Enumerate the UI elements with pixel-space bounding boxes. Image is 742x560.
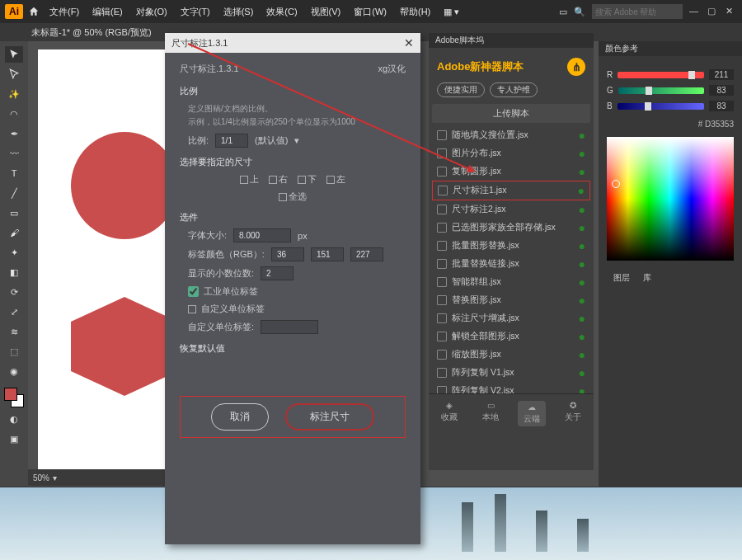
script-item[interactable]: 复制圆形.jsx●	[432, 162, 590, 181]
chk-left[interactable]: 左	[326, 173, 345, 186]
screen-mode-icon[interactable]: ▣	[5, 431, 23, 447]
slider-track-green[interactable]	[618, 87, 704, 94]
script-item[interactable]: 缩放图形.jsx●	[432, 346, 590, 364]
chk-top[interactable]: 上	[240, 173, 259, 186]
color-mode-icon[interactable]: ◐	[5, 411, 23, 427]
slider-green[interactable]: G 83	[607, 85, 734, 96]
chk-custom[interactable]: 自定义单位标签	[188, 303, 406, 315]
shape-builder-tool-icon[interactable]: ◉	[5, 363, 23, 379]
rgb-r-input[interactable]	[271, 247, 304, 261]
menu-edit[interactable]: 编辑(E)	[87, 6, 128, 18]
rgb-b-input[interactable]	[350, 247, 383, 261]
nav-about[interactable]: ✪关于	[559, 401, 587, 426]
script-panel-tab[interactable]: Adobe脚本坞	[429, 33, 594, 48]
hex-value[interactable]: # D35353	[607, 116, 734, 132]
script-item[interactable]: 替换图形.jsx●	[432, 291, 590, 309]
layout-icon[interactable]: ▭	[559, 7, 567, 17]
app-icon[interactable]: Ai	[5, 4, 23, 19]
b-value[interactable]: 83	[709, 101, 734, 111]
minimize-icon[interactable]: —	[689, 6, 701, 17]
menu-help[interactable]: 帮助(H)	[395, 6, 435, 18]
maximize-icon[interactable]: ▢	[707, 6, 719, 17]
chk-industrial-box[interactable]	[188, 286, 199, 297]
search-input[interactable]	[592, 4, 683, 19]
lasso-tool-icon[interactable]: ◠	[5, 106, 23, 122]
menu-file[interactable]: 文件(F)	[45, 6, 84, 18]
script-item[interactable]: 智能群组.jsx●	[432, 273, 590, 291]
wand-tool-icon[interactable]: ✨	[5, 86, 23, 102]
chevron-down-icon[interactable]: ▾	[53, 473, 57, 482]
eraser-tool-icon[interactable]: ◧	[5, 264, 23, 280]
font-size-input[interactable]	[233, 228, 291, 242]
line-tool-icon[interactable]: ╱	[5, 185, 23, 201]
pill-maintain[interactable]: 专人护维	[490, 82, 538, 97]
selection-tool-icon[interactable]	[5, 46, 23, 63]
pill-practical[interactable]: 便捷实用	[437, 82, 485, 97]
nav-fav[interactable]: ◈收藏	[435, 401, 463, 426]
r-value[interactable]: 211	[709, 69, 734, 80]
slider-red[interactable]: R 211	[607, 69, 734, 80]
artboard[interactable]	[38, 49, 170, 478]
g-value[interactable]: 83	[709, 85, 734, 96]
script-item[interactable]: 批量图形替换.jsx●	[432, 237, 590, 255]
tab-library[interactable]: 库	[643, 272, 651, 284]
shape-hexagon[interactable]	[71, 297, 178, 396]
rotate-tool-icon[interactable]: ⟳	[5, 284, 23, 300]
close-icon[interactable]: ✕	[726, 6, 737, 17]
menu-select[interactable]: 选择(S)	[218, 6, 259, 18]
spectrum-picker-ring[interactable]	[612, 180, 620, 188]
tab-layers[interactable]: 图层	[613, 272, 630, 284]
scale-input[interactable]	[215, 134, 248, 148]
confirm-button[interactable]: 标注尺寸	[285, 403, 374, 431]
menu-object[interactable]: 对象(O)	[131, 6, 172, 18]
menu-type[interactable]: 文字(T)	[176, 6, 215, 18]
slider-track-blue[interactable]	[618, 103, 704, 110]
script-item[interactable]: 阵列复制 V1.jsx●	[432, 364, 590, 382]
dialog-close-icon[interactable]: ✕	[404, 36, 414, 49]
free-transform-tool-icon[interactable]: ⬚	[5, 343, 23, 360]
slider-blue[interactable]: B 83	[607, 101, 734, 111]
chk-industrial[interactable]: 工业单位标签	[188, 285, 406, 298]
script-item[interactable]: 批量替换链接.jsx●	[432, 255, 590, 273]
width-tool-icon[interactable]: ≋	[5, 323, 23, 340]
pen-tool-icon[interactable]: ✒	[5, 125, 23, 142]
rgb-g-input[interactable]	[311, 247, 344, 261]
type-tool-icon[interactable]: T	[5, 165, 23, 181]
script-item[interactable]: 图片分布.jsx●	[432, 144, 590, 162]
script-item[interactable]: 随地填义搜位置.jsx●	[432, 126, 590, 144]
slider-track-red[interactable]	[618, 72, 704, 78]
zoom-bar[interactable]: 50% ▾	[28, 469, 168, 486]
scale-tool-icon[interactable]: ⤢	[5, 304, 23, 320]
search-icon[interactable]: 🔍	[574, 7, 585, 17]
decimals-input[interactable]	[261, 266, 294, 280]
zoom-value[interactable]: 50%	[33, 473, 49, 482]
script-item[interactable]: 阵列复制 V2.jsx●	[432, 382, 590, 393]
menu-effect[interactable]: 效果(C)	[261, 6, 302, 18]
script-item[interactable]: 尺寸标注2.jsx●	[432, 200, 590, 219]
chk-custom-box[interactable]	[188, 305, 196, 313]
rectangle-tool-icon[interactable]: ▭	[5, 205, 23, 221]
chk-all[interactable]: 全选	[279, 191, 307, 203]
script-item[interactable]: 标注尺寸增减.jsx●	[432, 309, 590, 327]
script-item[interactable]: 解锁全部图形.jsx●	[432, 327, 590, 346]
color-panel-tab[interactable]: 颜色参考	[599, 41, 742, 56]
brush-tool-icon[interactable]: 🖌	[5, 224, 23, 241]
script-item[interactable]: 尺寸标注1.jsx●	[432, 181, 590, 200]
script-item[interactable]: 已选图形家族全部存储.jsx●	[432, 219, 590, 237]
color-spectrum[interactable]	[607, 137, 734, 261]
menu-control-icon[interactable]: ▦ ▾	[439, 7, 464, 17]
curvature-tool-icon[interactable]: 〰	[5, 145, 23, 162]
fill-stroke-swatch[interactable]	[4, 388, 24, 407]
home-icon[interactable]	[26, 4, 41, 19]
menu-view[interactable]: 视图(V)	[306, 6, 346, 18]
direct-select-tool-icon[interactable]	[5, 66, 23, 82]
chevron-down-icon[interactable]: ▾	[294, 135, 299, 146]
upload-script-button[interactable]: 上传脚本	[432, 104, 590, 123]
script-list[interactable]: 随地填义搜位置.jsx●图片分布.jsx●复制圆形.jsx●尺寸标注1.jsx●…	[429, 123, 594, 393]
menu-window[interactable]: 窗口(W)	[349, 6, 392, 18]
chk-right[interactable]: 右	[269, 173, 288, 186]
custom-unit-input[interactable]	[261, 320, 318, 334]
shaper-tool-icon[interactable]: ✦	[5, 244, 23, 261]
nav-local[interactable]: ▭本地	[477, 401, 505, 426]
nav-cloud[interactable]: ☁云端	[518, 401, 546, 426]
